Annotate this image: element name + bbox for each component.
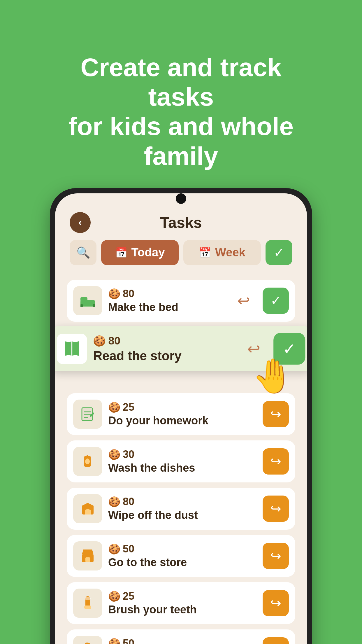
task-content-take-out-the-trash: 🍪 50 Take out the trash [108,637,257,644]
task-icon-read-the-story [57,333,87,364]
redo-action-go-to-the-store[interactable]: ↪ [263,543,289,569]
task-name-go-to-the-store: Go to the store [108,556,187,568]
cookie-icon: 🍪 [93,335,106,347]
task-content-do-your-homework: 🍪 25 Do your homework [108,401,257,427]
redo-action-do-your-homework[interactable]: ↪ [263,401,289,427]
task-icon-wash-the-dishes [73,447,102,476]
week-label: Week [215,246,245,259]
cookie-icon: 🍪 [108,496,120,508]
task-points-wash-the-dishes: 🍪 30 [108,448,257,461]
task-icon-take-out-the-trash [73,636,102,644]
headline-line1: Create and track tasks [80,53,282,111]
svg-rect-12 [87,455,88,458]
task-points-go-to-the-store: 🍪 50 [108,543,257,555]
week-filter-button[interactable]: 📅 Week [183,240,261,265]
week-calendar-icon: 📅 [199,247,211,258]
svg-rect-1 [80,297,87,301]
svg-rect-14 [85,557,90,562]
svg-rect-2 [80,304,83,307]
points-value: 25 [123,401,134,413]
complete-filter-button[interactable]: ✓ [266,240,292,265]
task-item-make-the-bed: 🍪 80 Make the bed ↩ ✓ [67,280,295,322]
phone-screen: ‹ Tasks 🔍 📅 Today 📅 Week ✓ [55,193,307,644]
undo-action-read-the-story[interactable]: ↩ [240,335,268,362]
headline: Create and track tasks for kids and whol… [0,26,362,171]
check-icon: ✓ [274,245,284,260]
task-content-read-the-story: 🍪 80 Read the story [93,334,234,363]
redo-action-take-out-the-trash[interactable]: ↪ [263,637,289,644]
task-name-wipe-off-the-dust: Wipe off the dust [108,509,198,521]
task-content-brush-your-teeth: 🍪 25 Brush your teeth [108,590,257,616]
task-icon-brush-your-teeth [73,589,102,618]
task-name-make-the-bed: Make the bed [108,301,178,313]
task-item-do-your-homework: 🍪 25 Do your homework ↪ [67,393,295,435]
complete-action-make-the-bed[interactable]: ✓ [263,288,289,314]
back-icon: ‹ [78,217,82,228]
today-calendar-icon: 📅 [115,247,127,258]
task-content-make-the-bed: 🍪 80 Make the bed [108,288,225,314]
today-filter-button[interactable]: 📅 Today [101,240,179,265]
task-icon-wipe-off-the-dust [73,494,102,523]
undo-action-make-the-bed[interactable]: ↩ [231,288,257,314]
task-item-wipe-off-the-dust: 🍪 80 Wipe off the dust ↪ [67,488,295,530]
redo-action-wash-the-dishes[interactable]: ↪ [263,448,289,475]
cookie-icon: 🍪 [108,288,120,300]
task-item-wash-the-dishes: 🍪 30 Wash the dishes ↪ [67,440,295,482]
task-icon-make-the-bed [73,286,102,315]
task-name-wash-the-dishes: Wash the dishes [108,462,195,474]
points-value: 50 [123,637,134,644]
filter-bar: 🔍 📅 Today 📅 Week ✓ [55,240,307,277]
task-points-brush-your-teeth: 🍪 25 [108,590,257,602]
phone-frame: ‹ Tasks 🔍 📅 Today 📅 Week ✓ [50,188,312,644]
svg-rect-5 [82,408,92,421]
task-points-read-the-story: 🍪 80 [93,334,234,347]
search-icon: 🔍 [76,246,90,259]
cookie-icon: 🍪 [108,449,120,460]
task-item-brush-your-teeth: 🍪 25 Brush your teeth ↪ [67,582,295,624]
svg-point-11 [85,459,90,464]
points-value: 25 [123,590,134,602]
points-value: 30 [123,448,134,461]
redo-action-wipe-off-the-dust[interactable]: ↪ [263,496,289,522]
task-item-go-to-the-store: 🍪 50 Go to the store ↪ [67,535,295,577]
task-name-read-the-story: Read the story [93,348,181,363]
phone-notch [176,193,186,204]
cookie-icon: 🍪 [108,543,120,555]
points-value: 80 [108,334,120,347]
task-icon-go-to-the-store [73,541,102,570]
task-item-read-the-story: 🍪 80 Read the story ↩ ✓ 🤚 [55,326,307,371]
redo-action-brush-your-teeth[interactable]: ↪ [263,590,289,616]
task-icon-do-your-homework [73,400,102,429]
cookie-icon: 🍪 [108,638,120,644]
app-title: Tasks [160,214,202,231]
points-value: 80 [123,288,134,300]
task-content-wipe-off-the-dust: 🍪 80 Wipe off the dust [108,496,257,522]
today-label: Today [131,246,165,259]
svg-rect-3 [93,304,95,307]
cookie-icon: 🍪 [108,590,120,602]
back-button[interactable]: ‹ [70,212,91,233]
headline-line2: for kids and whole family [68,112,294,170]
points-value: 80 [123,496,134,508]
task-points-do-your-homework: 🍪 25 [108,401,257,413]
svg-rect-17 [85,597,91,600]
search-button[interactable]: 🔍 [70,240,96,265]
task-points-wipe-off-the-dust: 🍪 80 [108,496,257,508]
complete-action-read-the-story[interactable]: ✓ [273,333,305,365]
task-list: 🍪 80 Make the bed ↩ ✓ [55,277,307,644]
task-name-do-your-homework: Do your homework [108,414,208,427]
svg-rect-16 [84,606,91,609]
cookie-icon: 🍪 [108,401,120,413]
task-name-brush-your-teeth: Brush your teeth [108,603,197,616]
points-value: 50 [123,543,134,555]
phone-wrapper: ‹ Tasks 🔍 📅 Today 📅 Week ✓ [50,188,312,644]
task-content-wash-the-dishes: 🍪 30 Wash the dishes [108,448,257,474]
task-points-take-out-the-trash: 🍪 50 [108,637,257,644]
task-points-make-the-bed: 🍪 80 [108,288,225,300]
task-content-go-to-the-store: 🍪 50 Go to the store [108,543,257,569]
task-item-take-out-the-trash: 🍪 50 Take out the trash ↪ [67,629,295,644]
